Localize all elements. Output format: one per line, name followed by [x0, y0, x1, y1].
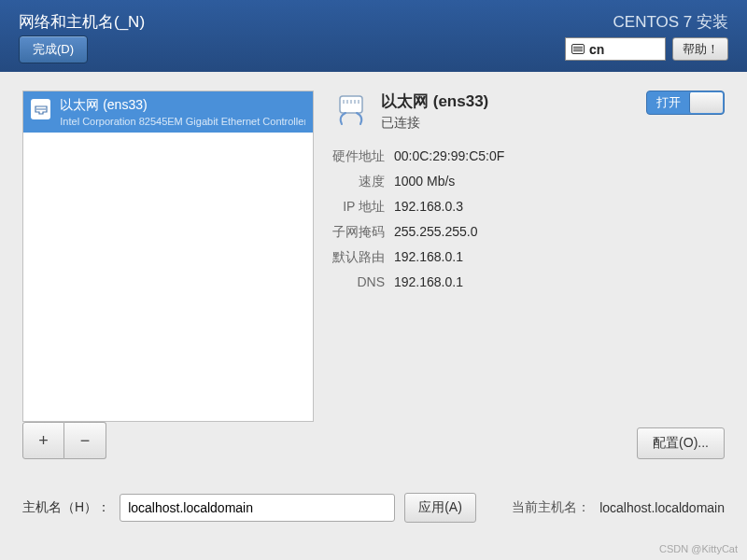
info-label-netmask: 子网掩码 [332, 224, 385, 241]
info-value-netmask: 255.255.255.0 [394, 224, 725, 241]
info-value-dns: 192.168.0.1 [394, 274, 725, 289]
done-button[interactable]: 完成(D) [19, 35, 88, 63]
svg-rect-0 [340, 96, 362, 113]
watermark-text: CSDN @KittyCat [659, 543, 738, 554]
nic-item-description: Intel Corporation 82545EM Gigabit Ethern… [60, 116, 305, 127]
keyboard-layout-label: cn [589, 42, 604, 57]
minus-icon: − [80, 431, 91, 451]
add-nic-button[interactable]: + [22, 422, 64, 459]
nic-toggle-switch[interactable]: 打开 [646, 91, 725, 115]
nic-item-name: 以太网 (ens33) [60, 97, 305, 114]
current-hostname-label: 当前主机名： [512, 499, 590, 516]
nic-status: 已连接 [381, 115, 488, 132]
info-label-gateway: 默认路由 [332, 249, 385, 266]
remove-nic-button[interactable]: − [64, 422, 106, 459]
hostname-input[interactable] [120, 494, 395, 522]
info-value-gateway: 192.168.0.1 [394, 249, 725, 266]
current-hostname-value: localhost.localdomain [599, 500, 725, 515]
info-value-ip: 192.168.0.3 [394, 199, 725, 216]
info-label-hwaddr: 硬件地址 [332, 148, 385, 165]
hostname-label: 主机名（H）： [22, 499, 110, 516]
content-area: 以太网 (ens33) Intel Corporation 82545EM Gi… [0, 72, 747, 560]
nic-list-item[interactable]: 以太网 (ens33) Intel Corporation 82545EM Gi… [23, 91, 313, 133]
keyboard-icon [571, 44, 585, 54]
nic-header: 以太网 (ens33) 已连接 打开 [332, 91, 725, 132]
switch-on-label: 打开 [647, 94, 681, 111]
nic-list[interactable]: 以太网 (ens33) Intel Corporation 82545EM Gi… [22, 91, 314, 422]
help-button[interactable]: 帮助！ [672, 37, 728, 61]
plus-icon: + [38, 431, 49, 451]
nic-detail-title: 以太网 (ens33) [381, 91, 488, 112]
info-label-dns: DNS [332, 274, 385, 289]
ethernet-large-icon [332, 91, 370, 128]
nic-details-pane: 以太网 (ens33) 已连接 打开 硬件地址 00:0C:29:99:C5:0… [332, 91, 725, 289]
nic-list-buttons: + − [22, 422, 106, 459]
keyboard-layout-indicator[interactable]: cn [565, 37, 666, 61]
nic-info-grid: 硬件地址 00:0C:29:99:C5:0F 速度 1000 Mb/s IP 地… [332, 148, 725, 289]
apply-hostname-button[interactable]: 应用(A) [404, 493, 476, 523]
info-value-speed: 1000 Mb/s [394, 174, 725, 190]
hostname-row: 主机名（H）： 应用(A) 当前主机名： localhost.localdoma… [22, 493, 725, 523]
switch-handle [689, 92, 723, 113]
info-label-speed: 速度 [332, 174, 385, 190]
info-value-hwaddr: 00:0C:29:99:C5:0F [394, 148, 725, 165]
nic-switch-wrap: 打开 [646, 91, 725, 115]
topbar: 网络和主机名(_N) 完成(D) CENTOS 7 安装 cn 帮助！ [0, 0, 747, 72]
info-label-ip: IP 地址 [332, 199, 385, 216]
configure-button[interactable]: 配置(O)... [637, 427, 725, 459]
installer-title: CENTOS 7 安装 [613, 11, 728, 33]
ethernet-icon [31, 99, 50, 119]
page-title: 网络和主机名(_N) [19, 11, 145, 33]
